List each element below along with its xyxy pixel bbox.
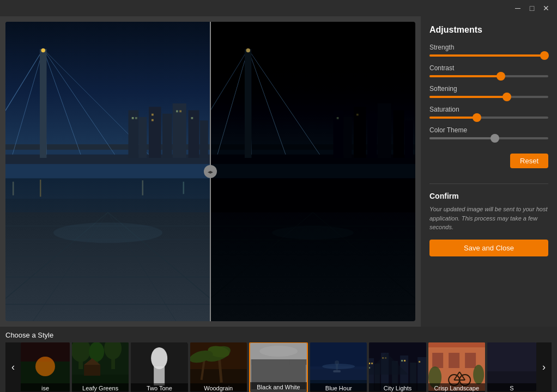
- svg-rect-65: [367, 114, 377, 158]
- svg-rect-129: [404, 360, 406, 362]
- svg-rect-37: [191, 117, 193, 119]
- adjustments-panel: Adjustments Strength Contrast Softeni: [421, 16, 557, 327]
- styles-next-button[interactable]: ›: [536, 342, 552, 392]
- confirm-title: Confirm: [429, 192, 548, 200]
- svg-rect-39: [40, 180, 41, 197]
- svg-rect-36: [179, 111, 181, 113]
- split-handle[interactable]: ◂▸: [204, 165, 217, 178]
- style-label: ise: [21, 383, 70, 393]
- contrast-label: Contrast: [429, 64, 548, 72]
- color-theme-group: Color Theme: [429, 126, 548, 139]
- svg-point-42: [53, 223, 162, 243]
- svg-rect-85: [84, 365, 100, 376]
- style-label: Woodgrain: [190, 383, 247, 393]
- style-item[interactable]: Leafy Greens: [72, 342, 129, 392]
- confirm-section: Confirm Your updated image will be sent …: [429, 183, 548, 256]
- svg-rect-33: [152, 114, 154, 116]
- svg-rect-113: [333, 370, 341, 372]
- contrast-group: Contrast: [429, 64, 548, 77]
- confirm-description: Your updated image will be sent to your …: [429, 205, 548, 232]
- svg-rect-130: [419, 361, 421, 363]
- saturation-slider[interactable]: [429, 117, 548, 119]
- adjustments-title: Adjustments: [429, 25, 548, 35]
- styles-prev-button[interactable]: ‹: [5, 342, 21, 392]
- style-label: Leafy Greens: [72, 383, 129, 393]
- style-item[interactable]: Two Tone: [131, 342, 187, 392]
- svg-rect-66: [378, 103, 391, 158]
- contrast-slider[interactable]: [429, 75, 548, 77]
- svg-rect-31: [132, 117, 134, 119]
- svg-point-73: [272, 226, 354, 240]
- style-item[interactable]: City Lights: [369, 342, 426, 392]
- svg-rect-34: [152, 119, 154, 121]
- styles-row: ‹ ise: [5, 342, 552, 392]
- svg-rect-38: [13, 182, 14, 195]
- image-preview: ◂▸: [5, 22, 415, 321]
- svg-rect-68: [405, 120, 413, 158]
- svg-rect-35: [176, 111, 178, 113]
- close-button[interactable]: ✕: [540, 2, 553, 15]
- main-window: ─ □ ✕: [0, 0, 557, 392]
- strength-label: Strength: [429, 44, 548, 51]
- image-left: [5, 22, 210, 321]
- svg-rect-67: [393, 111, 404, 158]
- image-canvas: ◂▸: [5, 22, 415, 321]
- svg-rect-24: [149, 107, 161, 158]
- svg-rect-125: [369, 367, 370, 369]
- minimize-button[interactable]: ─: [511, 2, 524, 15]
- svg-point-88: [151, 347, 167, 369]
- saturation-group: Saturation: [429, 106, 548, 119]
- svg-rect-71: [337, 117, 339, 119]
- style-item[interactable]: Woodgrain: [190, 342, 247, 392]
- softening-group: Softening: [429, 85, 548, 98]
- svg-rect-23: [138, 117, 147, 158]
- svg-rect-41: [183, 182, 185, 194]
- reset-button[interactable]: Reset: [510, 154, 548, 168]
- svg-rect-64: [354, 107, 366, 158]
- svg-rect-89: [154, 366, 165, 385]
- svg-rect-69: [415, 109, 416, 158]
- choose-style-label: Choose a Style: [5, 331, 552, 339]
- svg-rect-137: [465, 353, 476, 368]
- strength-slider[interactable]: [429, 54, 548, 57]
- title-bar: ─ □ ✕: [0, 0, 557, 16]
- svg-rect-60: [245, 49, 252, 158]
- save-close-button[interactable]: Save and Close: [429, 240, 548, 256]
- svg-rect-40: [142, 180, 144, 195]
- svg-rect-124: [372, 363, 373, 364]
- svg-rect-136: [449, 353, 459, 368]
- strength-group: Strength: [429, 44, 548, 57]
- style-label: S: [487, 383, 536, 393]
- style-label: Black and White: [250, 382, 307, 392]
- style-label: Blue Hour: [310, 383, 367, 393]
- style-item[interactable]: ise: [21, 342, 70, 392]
- style-label: City Lights: [369, 383, 426, 393]
- styles-list: ise: [21, 342, 536, 392]
- style-item-black-and-white[interactable]: Black and White: [249, 342, 308, 392]
- softening-label: Softening: [429, 85, 548, 93]
- svg-rect-63: [343, 117, 352, 158]
- style-label: Crisp Landscape: [428, 383, 485, 393]
- svg-rect-128: [402, 360, 403, 362]
- svg-point-107: [259, 346, 298, 357]
- svg-point-114: [322, 364, 355, 369]
- style-item[interactable]: S: [487, 342, 536, 392]
- svg-point-21: [41, 48, 46, 53]
- svg-rect-72: [356, 114, 359, 116]
- svg-point-82: [89, 342, 104, 362]
- svg-rect-25: [162, 114, 172, 158]
- svg-rect-32: [135, 117, 137, 119]
- maximize-button[interactable]: □: [525, 2, 538, 15]
- style-chooser-section: Choose a Style ‹ ise: [0, 327, 557, 392]
- color-theme-slider[interactable]: [429, 137, 548, 139]
- style-item[interactable]: Blue Hour: [310, 342, 367, 392]
- style-label: Two Tone: [131, 383, 187, 393]
- main-area: ◂▸ Adjustments Strength Contrast: [0, 16, 557, 327]
- style-item[interactable]: Crisp Landscape: [428, 342, 485, 392]
- svg-rect-123: [369, 363, 370, 364]
- svg-rect-20: [40, 49, 47, 158]
- softening-slider[interactable]: [429, 96, 548, 98]
- svg-rect-27: [189, 111, 199, 158]
- svg-point-76: [35, 357, 55, 376]
- color-theme-label: Color Theme: [429, 126, 548, 134]
